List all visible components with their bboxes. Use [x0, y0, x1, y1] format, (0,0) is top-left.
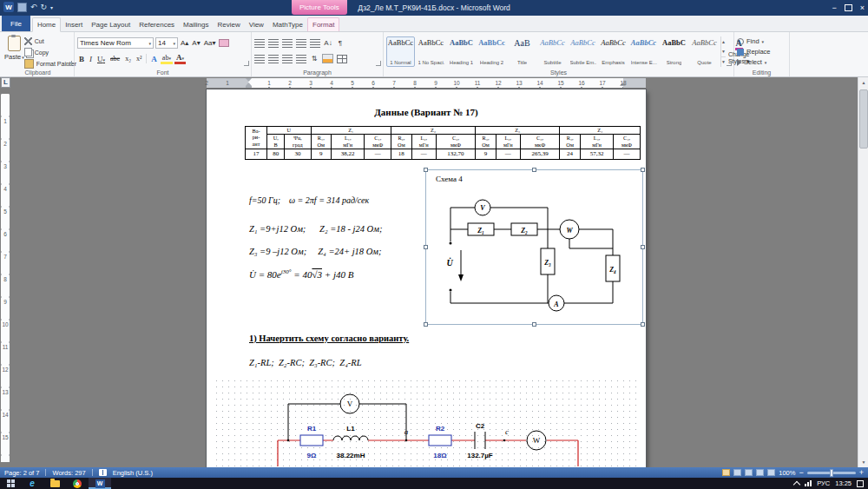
borders-icon[interactable] — [337, 55, 347, 63]
taskbar-word-button[interactable]: W — [89, 478, 111, 489]
left-indent-marker[interactable] — [246, 86, 252, 88]
style-emphasis[interactable]: AaBbCcEmphasis — [599, 36, 628, 67]
fullscreen-view-button[interactable] — [733, 469, 741, 476]
tab-stop-selector[interactable]: L — [1, 77, 10, 88]
align-right-icon[interactable] — [282, 55, 293, 63]
action-center-icon[interactable] — [857, 480, 864, 487]
minimize-button[interactable]: − — [832, 0, 836, 16]
justify-icon[interactable] — [296, 55, 306, 63]
restore-button[interactable] — [845, 4, 852, 11]
zoom-level[interactable]: 100% — [779, 469, 795, 477]
select-button[interactable]: Select▾ — [737, 58, 771, 66]
format-button-x-4[interactable]: x₂ — [123, 55, 133, 63]
scroll-down-icon[interactable]: ▼ — [858, 457, 868, 467]
bullets-icon[interactable] — [254, 39, 265, 48]
format-button-a-8[interactable]: A▾ — [174, 53, 186, 64]
format-button-x-5[interactable]: x² — [135, 55, 143, 63]
clock[interactable]: 13:25 — [835, 479, 852, 487]
style-strong[interactable]: AaBbCStrong — [660, 36, 688, 67]
tab-format[interactable]: Format — [307, 17, 339, 31]
zoom-slider-thumb[interactable] — [830, 469, 833, 477]
line-spacing-icon[interactable]: ⇅ — [310, 55, 319, 63]
style-quote[interactable]: AaBbCcQuote — [690, 36, 719, 67]
start-button[interactable] — [0, 478, 21, 489]
clear-formatting-icon[interactable] — [219, 39, 229, 47]
font-dialog-launcher-icon[interactable] — [244, 61, 249, 66]
selection-handle[interactable] — [424, 168, 428, 172]
print-layout-view-button[interactable] — [722, 469, 730, 476]
selection-handle[interactable] — [532, 168, 536, 172]
language-indicator[interactable]: English (U.S.) — [113, 469, 153, 477]
font-tool-aa[interactable]: Aa▾ — [203, 39, 217, 47]
style-intense-e[interactable]: AaBbCcIntense E... — [629, 36, 658, 67]
word-count[interactable]: Words: 297 — [52, 469, 85, 477]
selection-handle[interactable] — [641, 168, 645, 172]
hidden-icons-chevron-icon[interactable] — [793, 480, 800, 487]
increase-indent-icon[interactable] — [310, 39, 320, 48]
font-size-select[interactable]: 14▾ — [155, 37, 178, 49]
v-ruler[interactable]: 123456789101112131415 — [0, 89, 10, 467]
replace-button[interactable]: Replace — [737, 48, 771, 56]
font-tool-a[interactable]: A▴ — [180, 39, 189, 47]
tab-page-layout[interactable]: Page Layout — [87, 18, 135, 31]
tab-mailings[interactable]: Mailings — [179, 18, 213, 31]
tab-mathtype[interactable]: MathType — [268, 18, 307, 31]
tab-home[interactable]: Home — [32, 17, 61, 32]
paragraph-dialog-launcher-icon[interactable] — [376, 61, 381, 66]
document-page[interactable]: Данные (Вариант № 17) Ва- ри- антUZ₁Z₂Z₃… — [207, 89, 646, 467]
word-logo-icon[interactable]: W — [3, 2, 14, 12]
tab-insert[interactable]: Insert — [61, 18, 87, 31]
copy-button[interactable]: Copy — [24, 48, 76, 56]
clipboard-dialog-launcher-icon[interactable] — [67, 61, 72, 66]
undo-icon[interactable]: ↶ — [30, 2, 37, 12]
cut-button[interactable]: Cut — [24, 37, 76, 45]
scroll-up-icon[interactable]: ▲ — [858, 77, 868, 88]
styles-scroll-down-icon[interactable]: ▼ — [721, 46, 726, 56]
selection-handle[interactable] — [641, 322, 645, 327]
numbering-icon[interactable] — [268, 39, 279, 48]
align-left-icon[interactable] — [254, 55, 265, 63]
multilevel-list-icon[interactable] — [282, 39, 293, 48]
styles-scroll-up-icon[interactable]: ▲ — [721, 36, 726, 46]
tab-file[interactable]: File — [2, 16, 30, 31]
format-button-ab-7[interactable]: ab▾ — [161, 54, 173, 64]
selection-handle[interactable] — [532, 322, 536, 327]
selection-handle[interactable] — [424, 245, 428, 249]
schema-image[interactable]: Схема 4 — [425, 169, 643, 325]
outline-view-button[interactable] — [756, 469, 764, 476]
zoom-slider[interactable] — [807, 472, 856, 474]
proofing-icon[interactable] — [99, 469, 107, 476]
selection-handle[interactable] — [424, 322, 428, 327]
paste-button[interactable]: Paste▾ — [4, 34, 24, 67]
taskbar-chrome-button[interactable] — [66, 478, 89, 489]
close-button[interactable]: × — [860, 0, 865, 16]
align-center-icon[interactable] — [268, 55, 279, 63]
selection-handle[interactable] — [641, 245, 645, 249]
redo-icon[interactable]: ↻ — [41, 2, 48, 12]
style-subtitle[interactable]: AaBbCcSubtitle — [538, 36, 567, 67]
format-button-i-1[interactable]: I — [88, 55, 94, 63]
style-1-no-spaci[interactable]: AaBbCc1 No Spaci... — [417, 36, 445, 67]
font-tool-a[interactable]: A▾ — [191, 39, 201, 47]
font-name-select[interactable]: Times New Rom▾ — [77, 37, 154, 49]
style-heading-1[interactable]: AaBbCHeading 1 — [447, 36, 476, 67]
taskbar-browser-button[interactable]: e — [21, 478, 43, 489]
zoom-out-button[interactable]: − — [799, 468, 803, 477]
style-1-normal[interactable]: AaBbCc1 Normal — [386, 36, 415, 67]
styles-more-icon[interactable]: ▼ — [721, 56, 726, 67]
decrease-indent-icon[interactable] — [296, 39, 306, 48]
drawing-canvas[interactable]: R1 9Ω L1 38.22mH R2 18Ω C2 132.7µF a c V… — [214, 378, 641, 467]
format-button-a-6[interactable]: A — [149, 55, 159, 63]
web-layout-view-button[interactable] — [745, 469, 753, 476]
vertical-scrollbar[interactable]: ▲ ▼ — [858, 77, 868, 467]
draft-view-button[interactable] — [767, 469, 775, 476]
shading-icon[interactable] — [322, 54, 333, 63]
format-button-abc-3[interactable]: abc — [108, 55, 122, 63]
find-button[interactable]: Find▾ — [737, 37, 771, 45]
format-button-b-0[interactable]: B — [77, 55, 86, 63]
language-switcher[interactable]: РУС — [817, 479, 830, 487]
tab-review[interactable]: Review — [213, 18, 244, 31]
style-title[interactable]: AaBTitle — [508, 36, 536, 67]
taskbar-explorer-button[interactable] — [43, 478, 66, 489]
show-paragraph-icon[interactable]: ¶ — [336, 39, 345, 48]
